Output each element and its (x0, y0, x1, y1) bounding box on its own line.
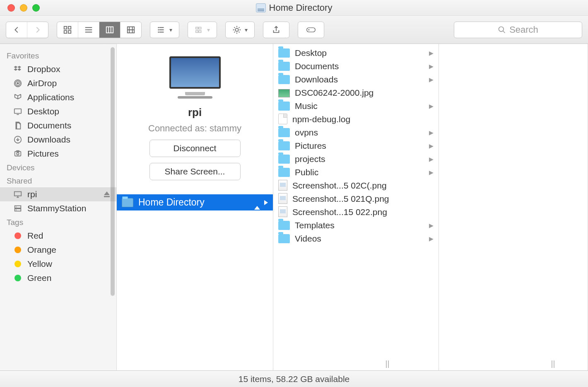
file-row[interactable]: Desktop▶ (273, 46, 439, 60)
search-placeholder: Search (509, 24, 538, 35)
sidebar-section-header: Shared (0, 174, 116, 187)
tags-button[interactable] (298, 22, 324, 38)
sidebar-item-dropbox[interactable]: Dropbox (0, 62, 116, 76)
eject-icon[interactable] (254, 199, 260, 206)
file-row[interactable]: ovpns▶ (273, 126, 439, 139)
file-label: projects (295, 154, 325, 164)
chevron-down-icon: ▾ (245, 27, 248, 33)
window-title: Home Directory (269, 2, 333, 13)
file-row[interactable]: DSC06242-2000.jpg (273, 86, 439, 99)
action-button[interactable]: ▾ (225, 22, 255, 38)
sidebar-item-yellow[interactable]: Yellow (0, 257, 116, 271)
file-row[interactable]: Videos▶ (273, 232, 439, 245)
file-row[interactable]: Screenshot...5 02C(.png (273, 179, 439, 192)
folder-icon (278, 128, 290, 137)
svg-rect-14 (307, 27, 316, 31)
search-field[interactable]: Search (454, 22, 582, 38)
sidebar-item-rpi[interactable]: rpi (0, 187, 116, 201)
view-mode-buttons (57, 22, 142, 38)
folder-icon (278, 221, 290, 230)
file-row[interactable]: Templates▶ (273, 219, 439, 232)
file-row[interactable]: npm-debug.log (273, 113, 439, 126)
sidebar-item-desktop[interactable]: Desktop (0, 104, 116, 119)
file-label: Desktop (295, 48, 327, 58)
list-view-button[interactable] (78, 22, 99, 38)
server-monitor-icon (169, 56, 221, 89)
folder-icon (278, 102, 290, 111)
file-label: Screenshot...5 02C(.png (292, 181, 387, 191)
server-connected-as: Connected as: stammy (117, 123, 273, 134)
toolbar: ▾ ▾ ▾ Search (0, 16, 588, 44)
desktop-icon (12, 107, 23, 116)
file-row[interactable]: Screenshot...15 022.png (273, 206, 439, 219)
sidebar-item-label: Desktop (27, 106, 59, 116)
documents-icon (12, 121, 23, 130)
svg-point-6 (158, 27, 159, 28)
sidebar-item-downloads[interactable]: Downloads (0, 133, 116, 147)
svg-point-29 (16, 210, 17, 210)
group-button[interactable]: ▾ (188, 22, 217, 38)
sidebar-item-documents[interactable]: Documents (0, 119, 116, 133)
sidebar-item-label: Orange (27, 245, 56, 255)
file-row[interactable]: Pictures▶ (273, 139, 439, 152)
file-label: Documents (295, 61, 339, 71)
column-view-button[interactable] (99, 22, 120, 38)
image-file-icon (278, 193, 287, 204)
sidebar-item-green[interactable]: Green (0, 271, 116, 285)
file-label: ovpns (295, 128, 318, 138)
chevron-down-icon: ▾ (169, 27, 172, 33)
downloads-icon (12, 135, 23, 144)
sidebar-section-header: Devices (0, 161, 116, 174)
file-row[interactable]: projects▶ (273, 152, 439, 166)
server-name: rpi (117, 106, 273, 119)
sidebar-item-pictures[interactable]: Pictures (0, 147, 116, 161)
chevron-right-icon: ▶ (429, 222, 434, 229)
chevron-right-icon: ▶ (429, 129, 434, 136)
file-row[interactable]: Public▶ (273, 166, 439, 179)
sidebar-item-orange[interactable]: Orange (0, 243, 116, 257)
chevron-right-icon: ▶ (429, 235, 434, 242)
file-row[interactable]: Music▶ (273, 99, 439, 113)
svg-rect-12 (199, 30, 201, 32)
sidebar-section-header: Tags (0, 215, 116, 229)
file-column: Desktop▶Documents▶Downloads▶DSC06242-200… (273, 44, 439, 370)
svg-rect-4 (106, 27, 113, 33)
column-resize-handle[interactable] (386, 360, 391, 368)
image-icon (278, 89, 290, 97)
status-bar: 15 items, 58.22 GB available (0, 370, 588, 387)
share-row[interactable]: Home Directory (117, 194, 273, 210)
file-row[interactable]: Downloads▶ (273, 73, 439, 86)
sidebar-item-label: AirDrop (27, 78, 57, 88)
share-screen-button[interactable]: Share Screen... (149, 163, 241, 180)
file-row[interactable]: Documents▶ (273, 60, 439, 73)
image-file-icon (278, 206, 287, 217)
sidebar-item-airdrop[interactable]: AirDrop (0, 76, 116, 90)
sidebar-item-label: Dropbox (27, 64, 60, 74)
column-resize-handle[interactable] (552, 360, 557, 368)
chevron-right-icon: ▶ (429, 169, 434, 176)
chevron-right-icon: ▶ (429, 103, 434, 109)
eject-icon[interactable] (104, 191, 110, 197)
gallery-view-button[interactable] (120, 22, 141, 38)
svg-rect-9 (196, 27, 198, 29)
sidebar-item-red[interactable]: Red (0, 229, 116, 243)
icon-view-button[interactable] (57, 22, 78, 38)
sidebar-item-applications[interactable]: Applications (0, 90, 116, 104)
sidebar-item-stammystation[interactable]: StammyStation (0, 201, 116, 215)
share-button[interactable] (263, 22, 289, 38)
folder-icon (278, 48, 290, 58)
svg-point-13 (235, 28, 238, 31)
tag-dot-icon (12, 245, 23, 254)
file-row[interactable]: Screenshot...5 021Q.png (273, 192, 439, 206)
disconnect-button[interactable]: Disconnect (149, 140, 241, 157)
svg-rect-10 (199, 27, 201, 29)
titlebar: Home Directory (0, 0, 588, 16)
svg-rect-2 (64, 30, 67, 33)
svg-point-23 (17, 152, 19, 155)
search-icon (498, 26, 506, 34)
arrange-button[interactable]: ▾ (150, 22, 179, 38)
document-icon (278, 114, 287, 124)
forward-button[interactable] (27, 22, 48, 38)
svg-point-7 (158, 29, 159, 30)
back-button[interactable] (6, 22, 27, 38)
